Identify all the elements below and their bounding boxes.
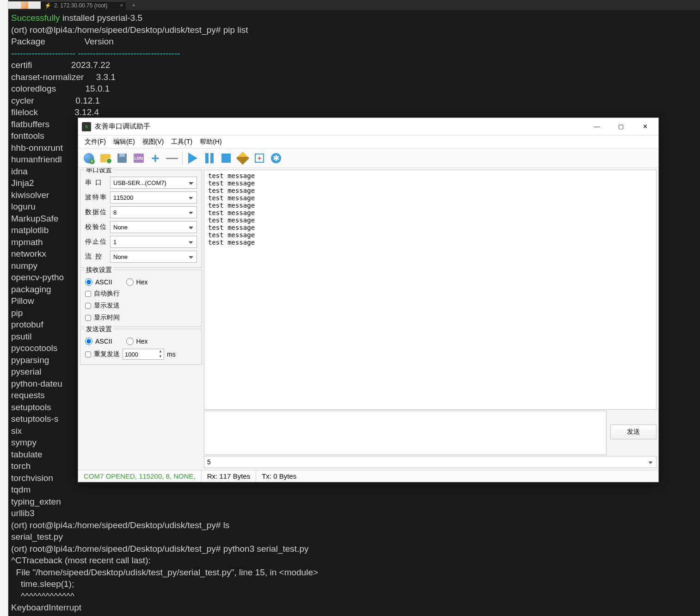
recv-hex-radio[interactable]: Hex <box>126 278 148 286</box>
stopbits-select[interactable]: 1 <box>110 236 197 248</box>
minimize-button[interactable]: — <box>585 118 608 135</box>
play-button[interactable] <box>185 150 201 166</box>
minus-icon: — <box>166 151 178 165</box>
titlebar[interactable]: S 友善串口调试助手 — ▢ ✕ <box>78 118 658 136</box>
open-button[interactable] <box>98 150 113 166</box>
group-label: 串口设置 <box>84 168 114 174</box>
group-label: 接收设置 <box>84 266 114 274</box>
close-icon[interactable]: × <box>120 2 123 9</box>
serial-output[interactable]: test message test message test message t… <box>204 170 657 410</box>
toolbar: LOG + — <box>78 148 658 168</box>
log-icon: LOG <box>134 154 144 163</box>
menu-edit[interactable]: 编辑(E) <box>111 136 138 148</box>
port-select[interactable]: USB-SER...(COM7) <box>110 177 197 189</box>
showtime-check[interactable]: 显示时间 <box>85 314 197 322</box>
maximize-button[interactable]: ▢ <box>609 118 632 135</box>
broom-icon <box>236 151 249 164</box>
lightning-icon: ⚡ <box>44 2 51 9</box>
send-button[interactable]: 发送 <box>610 425 657 439</box>
play-icon <box>188 153 197 164</box>
send-hex-radio[interactable]: Hex <box>126 338 148 345</box>
tab-add-button[interactable]: + <box>129 1 139 9</box>
save-button[interactable] <box>114 150 130 166</box>
serial-tool-window: S 友善串口调试助手 — ▢ ✕ 文件(F) 编辑(E) 视图(V) 工具(T)… <box>78 117 659 482</box>
history-combo[interactable]: 5 <box>204 456 657 468</box>
send-ascii-radio[interactable]: ASCII <box>85 338 112 345</box>
parity-select[interactable]: None <box>110 221 197 233</box>
gear-icon <box>271 153 281 163</box>
group-label: 发送设置 <box>84 325 114 333</box>
send-settings-group: 发送设置 ASCII Hex 重复发送 ▲▼ ms <box>80 329 202 365</box>
pause-icon <box>205 153 214 163</box>
stop-button[interactable] <box>218 150 234 166</box>
zoom-out-button[interactable]: — <box>164 150 180 166</box>
tab-home[interactable] <box>8 1 41 9</box>
spin-up[interactable]: ▲ <box>157 349 164 354</box>
menu-help[interactable]: 帮助(H) <box>197 136 224 148</box>
autowrap-check[interactable]: 自动换行 <box>85 290 197 298</box>
globe-icon <box>84 153 94 163</box>
menu-view[interactable]: 视图(V) <box>140 136 167 148</box>
status-rx: Rx: 117 Bytes <box>202 470 256 482</box>
status-connection: COM7 OPENED, 115200, 8, NONE, <box>78 470 202 482</box>
statusbar: COM7 OPENED, 115200, 8, NONE, Rx: 117 By… <box>78 470 658 482</box>
recv-ascii-radio[interactable]: ASCII <box>85 278 112 286</box>
recv-settings-group: 接收设置 ASCII Hex 自动换行 显示发送 显示时间 <box>80 270 202 327</box>
save-icon <box>117 154 127 163</box>
baud-select[interactable]: 115200 <box>110 191 197 203</box>
folder-icon <box>100 154 111 162</box>
status-tx: Tx: 0 Bytes <box>256 470 658 482</box>
tab-session[interactable]: ⚡ 2. 172.30.00.75 (root) × <box>41 1 126 10</box>
plus-icon: + <box>151 150 160 166</box>
menu-file[interactable]: 文件(F) <box>82 136 109 148</box>
stop-icon <box>221 154 231 163</box>
pause-button[interactable] <box>202 150 217 166</box>
grid-icon <box>255 154 264 163</box>
spin-down[interactable]: ▼ <box>157 354 164 359</box>
settings-button[interactable] <box>268 150 284 166</box>
port-settings-group: 串口设置 串 口USB-SER...(COM7) 波特率115200 数据位8 … <box>80 170 202 268</box>
connect-button[interactable] <box>81 150 97 166</box>
clear-button[interactable] <box>235 150 251 166</box>
menubar: 文件(F) 编辑(E) 视图(V) 工具(T) 帮助(H) <box>78 136 658 148</box>
close-button[interactable]: ✕ <box>633 118 657 135</box>
tab-label: 2. 172.30.00.75 (root) <box>54 2 107 9</box>
send-input[interactable] <box>204 411 607 455</box>
menu-tools[interactable]: 工具(T) <box>168 136 195 148</box>
window-title: 友善串口调试助手 <box>95 122 585 131</box>
repeat-check[interactable] <box>85 351 91 357</box>
zoom-in-button[interactable]: + <box>147 150 163 166</box>
flow-select[interactable]: None <box>110 251 197 263</box>
log-button[interactable]: LOG <box>131 150 147 166</box>
app-icon: S <box>82 122 91 131</box>
grid-button[interactable] <box>252 150 267 166</box>
databits-select[interactable]: 8 <box>110 206 197 218</box>
showsend-check[interactable]: 显示发送 <box>85 302 197 310</box>
